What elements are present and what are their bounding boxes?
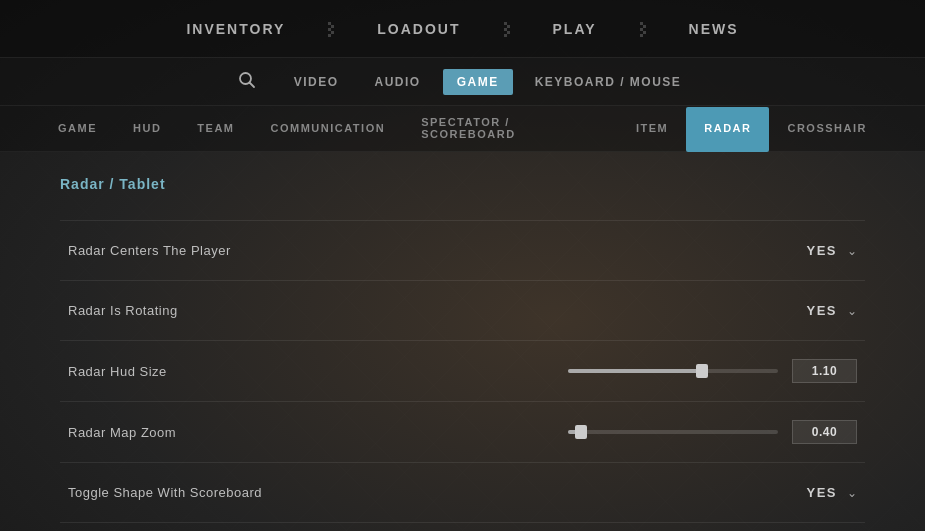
setting-row-radar-map-zoom: Radar Map Zoom 0.40: [60, 402, 865, 463]
radar-hud-size-fill: [568, 369, 702, 373]
svg-rect-1: [331, 25, 334, 28]
setting-row-toggle-shape-scoreboard: Toggle Shape With Scoreboard YES ⌄: [60, 463, 865, 523]
chevron-down-icon-3: ⌄: [847, 486, 857, 500]
page-wrapper: INVENTORY LOADOUT PLAY: [0, 0, 925, 531]
nav-separator-2: [497, 19, 517, 39]
tab-radar[interactable]: RADAR: [686, 107, 769, 152]
settings-nav-audio[interactable]: AUDIO: [360, 69, 434, 95]
radar-map-zoom-control: 0.40: [568, 420, 857, 444]
nav-item-loadout[interactable]: LOADOUT: [341, 0, 496, 57]
svg-rect-13: [643, 31, 646, 34]
tab-crosshair[interactable]: CROSSHAIR: [769, 107, 885, 152]
radar-hud-size-track[interactable]: [568, 369, 778, 373]
radar-map-zoom-thumb[interactable]: [575, 425, 587, 439]
setting-label-radar-hud-size: Radar Hud Size: [68, 364, 167, 379]
radar-centers-player-dropdown[interactable]: YES ⌄: [806, 243, 857, 258]
setting-row-radar-centers-player: Radar Centers The Player YES ⌄: [60, 221, 865, 281]
tab-hud[interactable]: HUD: [115, 107, 179, 152]
settings-nav-video[interactable]: VIDEO: [280, 69, 353, 95]
nav-separator-1: [321, 19, 341, 39]
svg-rect-0: [328, 22, 331, 25]
radar-centers-player-value: YES: [806, 243, 837, 258]
tab-team[interactable]: TEAM: [179, 107, 252, 152]
radar-hud-size-control: 1.10: [568, 359, 857, 383]
tab-game[interactable]: GAME: [40, 107, 115, 152]
tab-communication[interactable]: COMMUNICATION: [253, 107, 404, 152]
radar-hud-size-thumb[interactable]: [696, 364, 708, 378]
svg-rect-3: [331, 31, 334, 34]
tab-item[interactable]: ITEM: [618, 107, 686, 152]
settings-list: Radar Centers The Player YES ⌄ Radar Is …: [60, 220, 865, 523]
tab-spectator-scoreboard[interactable]: SPECTATOR / SCOREBOARD: [403, 107, 618, 152]
nav-item-play[interactable]: PLAY: [517, 0, 633, 57]
radar-is-rotating-value: YES: [806, 303, 837, 318]
setting-row-radar-hud-size: Radar Hud Size 1.10: [60, 341, 865, 402]
svg-rect-6: [507, 25, 510, 28]
radar-map-zoom-track[interactable]: [568, 430, 778, 434]
top-nav: INVENTORY LOADOUT PLAY: [0, 0, 925, 58]
main-content: Radar / Tablet Radar Centers The Player …: [0, 152, 925, 531]
radar-is-rotating-dropdown[interactable]: YES ⌄: [806, 303, 857, 318]
svg-rect-2: [328, 28, 331, 31]
radar-map-zoom-value: 0.40: [792, 420, 857, 444]
radar-hud-size-value: 1.10: [792, 359, 857, 383]
svg-rect-5: [504, 22, 507, 25]
setting-row-radar-is-rotating: Radar Is Rotating YES ⌄: [60, 281, 865, 341]
svg-rect-8: [507, 31, 510, 34]
setting-label-radar-centers-player: Radar Centers The Player: [68, 243, 231, 258]
setting-label-radar-map-zoom: Radar Map Zoom: [68, 425, 176, 440]
svg-line-16: [249, 82, 254, 87]
game-tabs: GAME HUD TEAM COMMUNICATION SPECTATOR / …: [0, 106, 925, 152]
svg-rect-12: [640, 28, 643, 31]
svg-rect-10: [640, 22, 643, 25]
nav-item-inventory[interactable]: INVENTORY: [150, 0, 321, 57]
svg-rect-7: [504, 28, 507, 31]
search-button[interactable]: [230, 67, 264, 97]
toggle-shape-scoreboard-dropdown[interactable]: YES ⌄: [806, 485, 857, 500]
chevron-down-icon: ⌄: [847, 244, 857, 258]
toggle-shape-scoreboard-value: YES: [806, 485, 837, 500]
settings-nav-keyboard-mouse[interactable]: KEYBOARD / MOUSE: [521, 69, 696, 95]
svg-rect-11: [643, 25, 646, 28]
nav-item-news[interactable]: NEWS: [653, 0, 775, 57]
settings-nav-game[interactable]: GAME: [443, 69, 513, 95]
settings-nav: VIDEO AUDIO GAME KEYBOARD / MOUSE: [0, 58, 925, 106]
setting-label-toggle-shape-scoreboard: Toggle Shape With Scoreboard: [68, 485, 262, 500]
nav-separator-3: [633, 19, 653, 39]
svg-rect-9: [504, 34, 507, 37]
section-title: Radar / Tablet: [60, 176, 865, 192]
svg-rect-4: [328, 34, 331, 37]
setting-label-radar-is-rotating: Radar Is Rotating: [68, 303, 178, 318]
chevron-down-icon-2: ⌄: [847, 304, 857, 318]
svg-rect-14: [640, 34, 643, 37]
